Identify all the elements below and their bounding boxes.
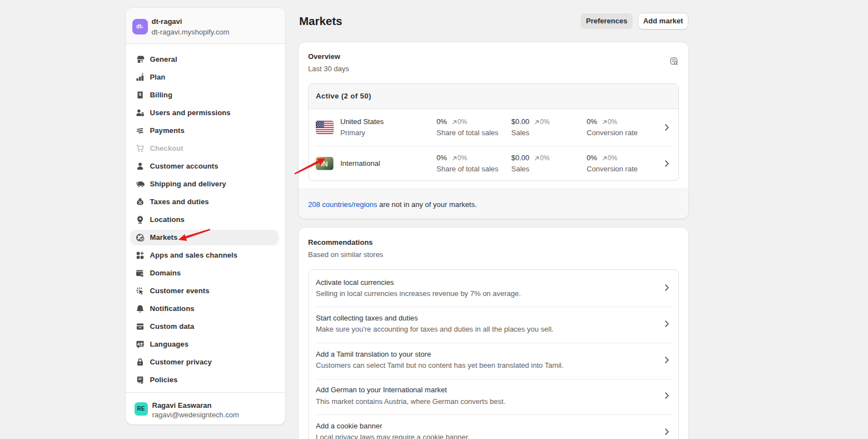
svg-text:$: $	[141, 237, 143, 241]
svg-text:$: $	[139, 92, 142, 97]
svg-text:IN: IN	[321, 160, 328, 168]
svg-text:文: 文	[139, 342, 143, 347]
